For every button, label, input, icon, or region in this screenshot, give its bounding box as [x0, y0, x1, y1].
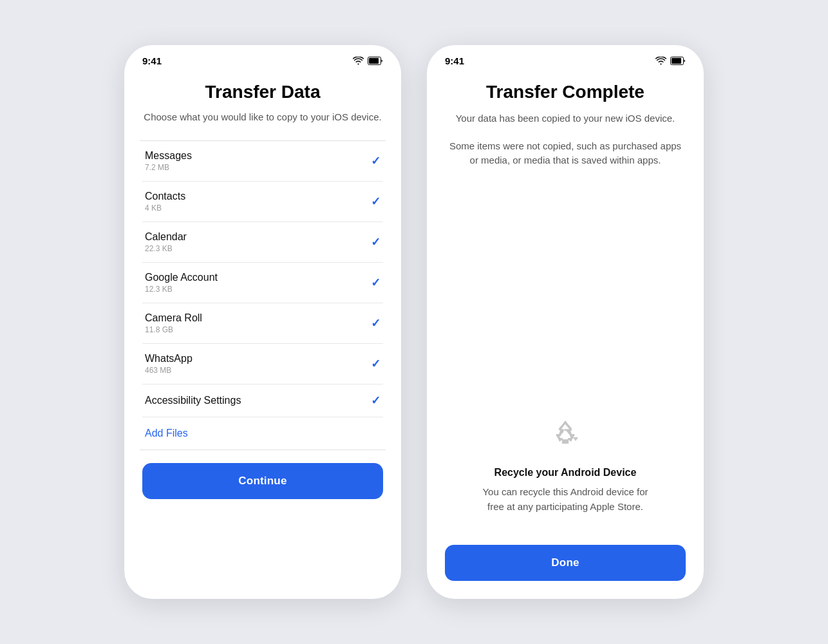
add-files-link[interactable]: Add Files	[142, 417, 383, 450]
list-item-messages[interactable]: Messages 7.2 MB ✓	[142, 141, 383, 182]
item-name-accessibility: Accessibility Settings	[145, 395, 241, 406]
checkmark-contacts: ✓	[371, 194, 381, 209]
item-size-calendar: 22.3 KB	[145, 244, 187, 253]
list-item-contacts[interactable]: Contacts 4 KB ✓	[142, 182, 383, 222]
list-item-calendar[interactable]: Calendar 22.3 KB ✓	[142, 222, 383, 263]
bottom-divider	[140, 450, 386, 450]
recycle-section: Recycle your Android Device You can recy…	[445, 417, 686, 529]
transfer-data-subtitle: Choose what you would like to copy to yo…	[142, 110, 383, 125]
recycle-icon-clean	[545, 417, 586, 458]
recycle-text: You can recycle this Android device for …	[475, 485, 655, 514]
status-time-1: 9:41	[142, 55, 162, 66]
checkmark-camera-roll: ✓	[371, 316, 381, 330]
status-icons-2	[655, 57, 686, 65]
item-size-google-account: 12.3 KB	[145, 285, 218, 294]
item-size-camera-roll: 11.8 GB	[145, 325, 202, 334]
complete-primary-text: Your data has been copied to your new iO…	[445, 111, 686, 126]
checkmark-google-account: ✓	[371, 276, 381, 290]
list-item-whatsapp[interactable]: WhatsApp 463 MB ✓	[142, 344, 383, 384]
recycle-title: Recycle your Android Device	[494, 467, 637, 478]
screens-container: 9:41 Transfer Data Choose what you would…	[99, 19, 729, 625]
checkmark-calendar: ✓	[371, 235, 381, 249]
item-size-whatsapp: 463 MB	[145, 366, 193, 375]
done-button[interactable]: Done	[445, 545, 686, 581]
checkmark-whatsapp: ✓	[371, 357, 381, 371]
status-bar-2: 9:41	[427, 45, 704, 71]
list-item-camera-roll[interactable]: Camera Roll 11.8 GB ✓	[142, 303, 383, 344]
item-name-contacts: Contacts	[145, 191, 185, 202]
list-item-accessibility[interactable]: Accessibility Settings ✓	[142, 384, 383, 417]
wifi-icon-1	[353, 57, 364, 65]
status-time-2: 9:41	[445, 55, 464, 66]
screen1-content: Transfer Data Choose what you would like…	[124, 71, 401, 599]
svg-rect-3	[672, 58, 681, 64]
item-name-messages: Messages	[145, 150, 192, 162]
screen2-content: Transfer Complete Your data has been cop…	[427, 71, 704, 599]
continue-button[interactable]: Continue	[142, 463, 383, 499]
checkmark-accessibility: ✓	[371, 393, 381, 408]
battery-icon-1	[368, 57, 383, 65]
status-icons-1	[353, 57, 383, 65]
status-bar-1: 9:41	[124, 45, 401, 71]
complete-secondary-text: Some items were not copied, such as purc…	[445, 139, 686, 168]
item-name-camera-roll: Camera Roll	[145, 312, 202, 324]
transfer-data-title: Transfer Data	[142, 82, 383, 102]
item-size-messages: 7.2 MB	[145, 163, 192, 172]
phone-frame-complete: 9:41 Transfer Complete Your data has bee…	[427, 45, 704, 599]
battery-icon-2	[670, 57, 686, 65]
item-name-whatsapp: WhatsApp	[145, 353, 193, 365]
svg-rect-1	[369, 58, 379, 64]
item-name-calendar: Calendar	[145, 231, 187, 243]
wifi-icon-2	[655, 57, 666, 65]
item-name-google-account: Google Account	[145, 272, 218, 283]
transfer-complete-title: Transfer Complete	[445, 82, 686, 102]
list-item-google-account[interactable]: Google Account 12.3 KB ✓	[142, 263, 383, 303]
checkmark-messages: ✓	[371, 154, 381, 168]
item-size-contacts: 4 KB	[145, 204, 185, 213]
phone-frame-transfer: 9:41 Transfer Data Choose what you would…	[124, 45, 401, 599]
